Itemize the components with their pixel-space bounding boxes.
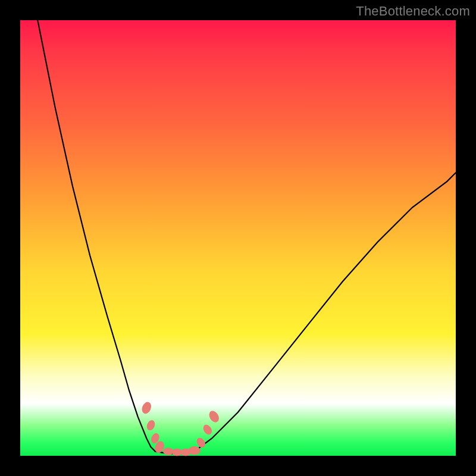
curve-marker bbox=[164, 448, 174, 455]
curve-path bbox=[37, 20, 456, 453]
curve-markers bbox=[140, 401, 220, 456]
curve-marker bbox=[189, 447, 201, 455]
bottleneck-curve bbox=[20, 20, 456, 456]
curve-marker bbox=[140, 401, 152, 415]
chart-frame: TheBottleneck.com bbox=[0, 0, 476, 476]
plot-area bbox=[20, 20, 456, 456]
curve-marker bbox=[202, 424, 213, 436]
watermark-text: TheBottleneck.com bbox=[356, 4, 470, 19]
curve-marker bbox=[208, 409, 221, 424]
curve-marker bbox=[146, 419, 156, 431]
